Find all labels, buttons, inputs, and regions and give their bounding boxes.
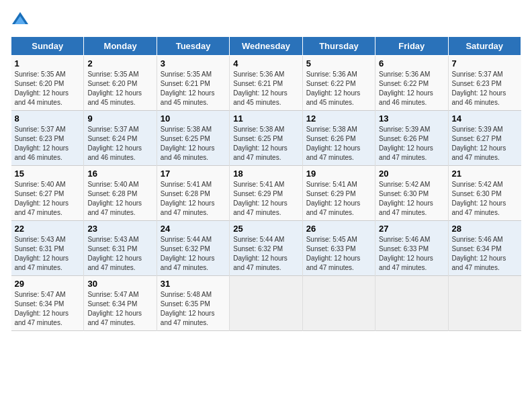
day-number: 24 [161, 224, 226, 234]
calendar-cell: 30Sunrise: 5:47 AM Sunset: 6:34 PM Dayli… [84, 276, 157, 331]
calendar-cell: 25Sunrise: 5:44 AM Sunset: 6:32 PM Dayli… [230, 221, 302, 276]
day-number: 21 [452, 169, 518, 179]
header-cell-tuesday: Tuesday [157, 37, 229, 56]
calendar-cell [448, 276, 521, 331]
day-info: Sunrise: 5:41 AM Sunset: 6:28 PM Dayligh… [161, 180, 226, 218]
calendar-cell: 12Sunrise: 5:38 AM Sunset: 6:26 PM Dayli… [302, 111, 375, 166]
calendar-cell: 27Sunrise: 5:46 AM Sunset: 6:33 PM Dayli… [375, 221, 448, 276]
day-info: Sunrise: 5:41 AM Sunset: 6:29 PM Dayligh… [233, 180, 298, 218]
calendar-header-row: SundayMondayTuesdayWednesdayThursdayFrid… [11, 37, 521, 56]
day-number: 7 [452, 58, 518, 68]
calendar-cell: 2Sunrise: 5:35 AM Sunset: 6:20 PM Daylig… [84, 56, 157, 111]
week-row-2: 8Sunrise: 5:37 AM Sunset: 6:23 PM Daylig… [11, 111, 521, 166]
day-number: 29 [15, 279, 81, 289]
calendar-cell: 9Sunrise: 5:37 AM Sunset: 6:24 PM Daylig… [84, 111, 157, 166]
calendar-cell: 14Sunrise: 5:39 AM Sunset: 6:27 PM Dayli… [448, 111, 521, 166]
calendar-cell: 16Sunrise: 5:40 AM Sunset: 6:28 PM Dayli… [84, 166, 157, 221]
day-info: Sunrise: 5:38 AM Sunset: 6:25 PM Dayligh… [161, 125, 226, 163]
day-number: 13 [379, 113, 444, 124]
header-cell-thursday: Thursday [302, 37, 375, 56]
day-number: 16 [87, 169, 152, 179]
day-number: 31 [161, 279, 226, 289]
day-number: 11 [233, 113, 298, 124]
day-info: Sunrise: 5:39 AM Sunset: 6:26 PM Dayligh… [379, 125, 444, 163]
day-number: 2 [87, 58, 152, 68]
logo [11, 11, 32, 30]
calendar-cell: 29Sunrise: 5:47 AM Sunset: 6:34 PM Dayli… [11, 276, 84, 331]
header-cell-saturday: Saturday [448, 37, 521, 56]
week-row-4: 22Sunrise: 5:43 AM Sunset: 6:31 PM Dayli… [11, 221, 521, 276]
calendar-cell: 11Sunrise: 5:38 AM Sunset: 6:25 PM Dayli… [230, 111, 302, 166]
calendar-cell: 8Sunrise: 5:37 AM Sunset: 6:23 PM Daylig… [11, 111, 84, 166]
week-row-1: 1Sunrise: 5:35 AM Sunset: 6:20 PM Daylig… [11, 56, 521, 111]
day-number: 25 [233, 224, 298, 234]
day-info: Sunrise: 5:37 AM Sunset: 6:24 PM Dayligh… [87, 125, 152, 163]
day-number: 30 [87, 279, 152, 289]
calendar-cell: 22Sunrise: 5:43 AM Sunset: 6:31 PM Dayli… [11, 221, 84, 276]
day-info: Sunrise: 5:36 AM Sunset: 6:21 PM Dayligh… [233, 70, 298, 107]
day-number: 9 [87, 113, 152, 124]
day-info: Sunrise: 5:42 AM Sunset: 6:30 PM Dayligh… [452, 180, 518, 218]
day-info: Sunrise: 5:47 AM Sunset: 6:34 PM Dayligh… [15, 290, 81, 328]
logo-icon [11, 11, 30, 30]
day-number: 10 [161, 113, 226, 124]
header [11, 11, 521, 30]
calendar-cell: 28Sunrise: 5:46 AM Sunset: 6:34 PM Dayli… [448, 221, 521, 276]
day-number: 1 [15, 58, 81, 68]
calendar-table: SundayMondayTuesdayWednesdayThursdayFrid… [11, 36, 521, 331]
calendar-cell: 31Sunrise: 5:48 AM Sunset: 6:35 PM Dayli… [157, 276, 229, 331]
calendar-cell: 10Sunrise: 5:38 AM Sunset: 6:25 PM Dayli… [157, 111, 229, 166]
week-row-3: 15Sunrise: 5:40 AM Sunset: 6:27 PM Dayli… [11, 166, 521, 221]
day-info: Sunrise: 5:46 AM Sunset: 6:33 PM Dayligh… [379, 235, 444, 273]
calendar-cell: 21Sunrise: 5:42 AM Sunset: 6:30 PM Dayli… [448, 166, 521, 221]
day-number: 4 [233, 58, 298, 68]
day-info: Sunrise: 5:40 AM Sunset: 6:28 PM Dayligh… [87, 180, 152, 218]
day-number: 6 [379, 58, 444, 68]
day-number: 23 [87, 224, 152, 234]
week-row-5: 29Sunrise: 5:47 AM Sunset: 6:34 PM Dayli… [11, 276, 521, 331]
header-cell-friday: Friday [375, 37, 448, 56]
header-cell-monday: Monday [84, 37, 157, 56]
day-number: 17 [161, 169, 226, 179]
day-info: Sunrise: 5:46 AM Sunset: 6:34 PM Dayligh… [452, 235, 518, 273]
day-number: 5 [306, 58, 371, 68]
day-info: Sunrise: 5:40 AM Sunset: 6:27 PM Dayligh… [15, 180, 81, 218]
day-info: Sunrise: 5:44 AM Sunset: 6:32 PM Dayligh… [233, 235, 298, 273]
day-info: Sunrise: 5:38 AM Sunset: 6:25 PM Dayligh… [233, 125, 298, 163]
day-number: 14 [452, 113, 518, 124]
day-info: Sunrise: 5:35 AM Sunset: 6:20 PM Dayligh… [15, 70, 81, 107]
day-info: Sunrise: 5:36 AM Sunset: 6:22 PM Dayligh… [306, 70, 371, 107]
day-info: Sunrise: 5:42 AM Sunset: 6:30 PM Dayligh… [379, 180, 444, 218]
calendar-cell: 15Sunrise: 5:40 AM Sunset: 6:27 PM Dayli… [11, 166, 84, 221]
calendar-cell [230, 276, 302, 331]
calendar-cell: 24Sunrise: 5:44 AM Sunset: 6:32 PM Dayli… [157, 221, 229, 276]
day-number: 26 [306, 224, 371, 234]
day-number: 22 [15, 224, 81, 234]
day-number: 12 [306, 113, 371, 124]
calendar-cell: 7Sunrise: 5:37 AM Sunset: 6:23 PM Daylig… [448, 56, 521, 111]
calendar-cell: 6Sunrise: 5:36 AM Sunset: 6:22 PM Daylig… [375, 56, 448, 111]
day-info: Sunrise: 5:35 AM Sunset: 6:20 PM Dayligh… [87, 70, 152, 107]
day-number: 8 [15, 113, 81, 124]
day-info: Sunrise: 5:39 AM Sunset: 6:27 PM Dayligh… [452, 125, 518, 163]
day-info: Sunrise: 5:37 AM Sunset: 6:23 PM Dayligh… [15, 125, 81, 163]
day-info: Sunrise: 5:41 AM Sunset: 6:29 PM Dayligh… [306, 180, 371, 218]
day-number: 15 [15, 169, 81, 179]
day-info: Sunrise: 5:48 AM Sunset: 6:35 PM Dayligh… [161, 290, 226, 328]
header-cell-sunday: Sunday [11, 37, 84, 56]
calendar-cell: 26Sunrise: 5:45 AM Sunset: 6:33 PM Dayli… [302, 221, 375, 276]
day-info: Sunrise: 5:43 AM Sunset: 6:31 PM Dayligh… [87, 235, 152, 273]
day-info: Sunrise: 5:37 AM Sunset: 6:23 PM Dayligh… [452, 70, 518, 107]
day-number: 18 [233, 169, 298, 179]
calendar-cell: 1Sunrise: 5:35 AM Sunset: 6:20 PM Daylig… [11, 56, 84, 111]
day-number: 27 [379, 224, 444, 234]
calendar-cell: 5Sunrise: 5:36 AM Sunset: 6:22 PM Daylig… [302, 56, 375, 111]
calendar-cell: 18Sunrise: 5:41 AM Sunset: 6:29 PM Dayli… [230, 166, 302, 221]
calendar-cell: 23Sunrise: 5:43 AM Sunset: 6:31 PM Dayli… [84, 221, 157, 276]
day-number: 28 [452, 224, 518, 234]
day-info: Sunrise: 5:47 AM Sunset: 6:34 PM Dayligh… [87, 290, 152, 328]
header-cell-wednesday: Wednesday [230, 37, 302, 56]
day-info: Sunrise: 5:35 AM Sunset: 6:21 PM Dayligh… [161, 70, 226, 107]
calendar-cell: 4Sunrise: 5:36 AM Sunset: 6:21 PM Daylig… [230, 56, 302, 111]
day-number: 19 [306, 169, 371, 179]
